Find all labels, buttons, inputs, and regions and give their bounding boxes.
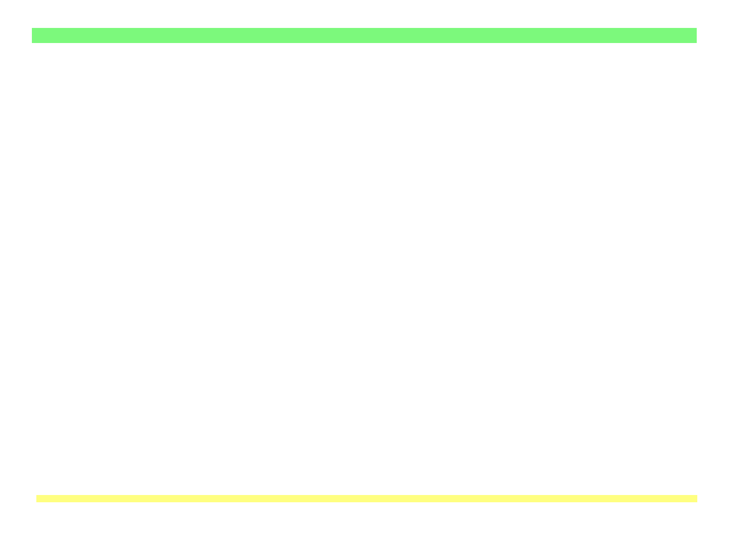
bottom-bar	[36, 495, 697, 502]
top-bar	[32, 28, 697, 43]
